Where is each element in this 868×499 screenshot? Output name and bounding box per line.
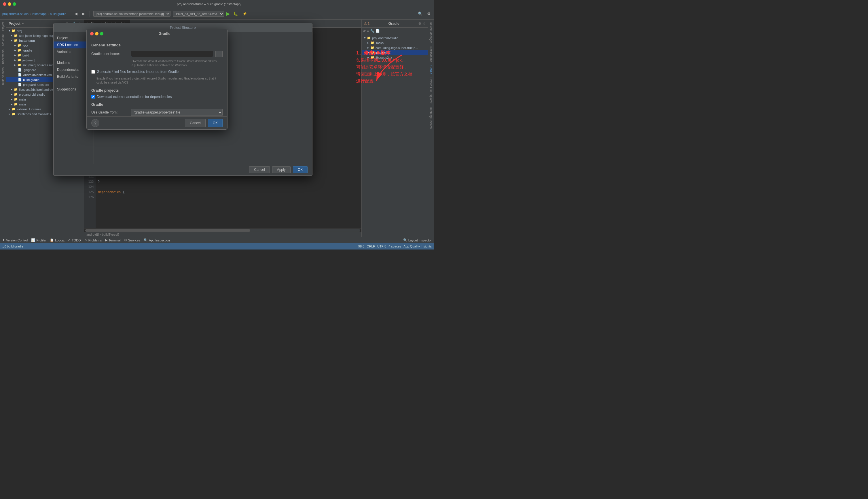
app-inspection-tab[interactable]: 🔍 App Inspection	[144, 238, 170, 242]
right-tab-device-manager[interactable]: Device Manager	[429, 21, 433, 44]
todo-tab[interactable]: ✓ TODO	[68, 238, 81, 242]
gradle-toolbar-icon-2[interactable]: ≡	[366, 28, 370, 34]
vc-label: Version Control	[6, 239, 28, 242]
gradle-item-kding[interactable]: ▸ 📁 com-kding-nigo-super-fruit-p...	[362, 45, 428, 50]
sidebar-tab-project[interactable]: Project	[1, 21, 5, 32]
problems-tab[interactable]: ⚠ Problems	[84, 238, 102, 242]
version-control-tab[interactable]: ⬆ Version Control	[2, 238, 28, 242]
logcat-tab[interactable]: 📋 Logcat	[50, 238, 64, 242]
panel-dropdown-icon[interactable]: ▼	[22, 22, 24, 25]
services-icon: ⚙	[124, 238, 127, 242]
download-annotations-row: Download external annotations for depend…	[91, 95, 223, 99]
gradle-cancel-button[interactable]: Cancel	[185, 119, 205, 127]
sidebar-tab-structure[interactable]: Structure	[1, 33, 5, 47]
traffic-lights	[3, 2, 16, 6]
breadcrumb-module[interactable]: instantapp	[32, 12, 47, 15]
gradle-user-home-input[interactable]	[131, 51, 213, 57]
lf-separator: CRLF	[367, 245, 375, 248]
horizontal-scrollbar[interactable]	[84, 228, 361, 232]
close-button[interactable]	[3, 2, 6, 6]
services-label: Services	[128, 239, 140, 242]
gradle-panel-close[interactable]: ✕	[422, 22, 425, 26]
gradle-dialog-header: Gradle	[87, 29, 227, 38]
profiler-tab[interactable]: 📊 Profiler	[31, 238, 46, 242]
minimize-button[interactable]	[8, 2, 11, 6]
ps-ok-button[interactable]: OK	[293, 166, 308, 173]
ps-cancel-button[interactable]: Cancel	[249, 166, 270, 173]
problems-label: Problems	[88, 239, 102, 242]
separator-2	[89, 11, 90, 17]
generate-iml-checkbox[interactable]	[91, 70, 95, 74]
expand-arrow: ▸	[368, 41, 369, 45]
profile-button[interactable]: ⚡	[241, 11, 248, 16]
gradle-panel-settings[interactable]: ⚙	[418, 22, 421, 26]
gradle-section-label: Gradle	[91, 102, 223, 107]
toolbar: proj.android-studio › instantapp › build…	[0, 8, 434, 20]
logcat-icon: 📋	[50, 238, 54, 242]
window-title: proj.android-studio – build.gradle (:ins…	[177, 2, 241, 6]
gradle-help-button[interactable]: ?	[91, 119, 99, 127]
cursor-position: 98:6	[358, 245, 364, 248]
sidebar-tab-build-variants[interactable]: Build Variants	[1, 66, 5, 86]
xml-icon: 📄	[18, 73, 22, 77]
app-inspection-icon: 🔍	[144, 238, 148, 242]
vc-icon: ⬆	[2, 238, 5, 242]
download-annotations-label: Download external annotations for depend…	[97, 95, 172, 99]
folder-icon: 📁	[17, 63, 21, 67]
right-tab-running[interactable]: Running Devices	[429, 106, 433, 130]
expand-arrow: ▸	[11, 34, 13, 37]
right-tab-notifications[interactable]: Notifications	[429, 45, 433, 63]
gradle-minimize-button[interactable]	[95, 32, 99, 35]
gradle-user-home-browse[interactable]: ...	[215, 51, 223, 57]
breadcrumb-project[interactable]: proj.android-studio	[2, 12, 28, 15]
download-annotations-checkbox[interactable]	[91, 95, 95, 99]
search-button[interactable]: 🔍	[417, 11, 424, 16]
gradle-toolbar-icon-4[interactable]: 📄	[375, 28, 381, 34]
back-button[interactable]: ◀	[73, 11, 79, 16]
breadcrumb-file[interactable]: build.gradle	[50, 12, 66, 15]
gradle-toolbar-icon-3[interactable]: 🔧	[370, 28, 375, 34]
collapse-arrow: ▾	[9, 29, 10, 33]
use-gradle-from-label: Use Gradle from:	[91, 110, 129, 114]
todo-label: TODO	[72, 239, 81, 242]
right-tab-device-file[interactable]: Device File Explorer	[429, 76, 433, 104]
profiler-label: Profiler	[36, 239, 46, 242]
left-sidebar-tabs: Project Structure Bookmarks Build Varian…	[0, 20, 6, 237]
services-tab[interactable]: ⚙ Services	[124, 238, 140, 242]
ps-apply-button[interactable]: Apply	[272, 166, 290, 173]
layout-inspector-tab[interactable]: 🔍 Layout Inspector	[403, 238, 432, 242]
sidebar-tab-bookmarks[interactable]: Bookmarks	[1, 48, 5, 65]
gradle-item-libcocos2dx[interactable]: ▸ 📁 libcocos2dx	[362, 55, 428, 60]
ps-footer: Cancel Apply OK	[53, 163, 312, 175]
layout-icon: 🔍	[403, 238, 407, 242]
gradle-item-instantapp[interactable]: ▾ 📁 instantapp	[362, 50, 428, 55]
settings-button[interactable]: ⚙	[426, 11, 432, 16]
gradle-item-proj[interactable]: ▾ 📁 proj.android-studio	[362, 35, 428, 40]
forward-button[interactable]: ▶	[81, 11, 86, 16]
folder-icon: 📁	[14, 93, 18, 96]
gradle-panel-title: Gradle	[388, 22, 399, 26]
gradle-ok-button[interactable]: OK	[208, 119, 223, 127]
run-button[interactable]: ▶	[226, 11, 230, 16]
device-selector[interactable]: Pixel_3a_API_33_arm64-v8a	[173, 11, 224, 17]
gradle-toolbar-icon-1[interactable]: ⟳	[362, 28, 366, 34]
app-quality-insights[interactable]: App Quality Insights	[404, 245, 432, 248]
terminal-label: Terminal	[109, 239, 121, 242]
maximize-button[interactable]	[13, 2, 16, 6]
gradle-close-button[interactable]	[90, 32, 94, 35]
folder-icon: 📁	[14, 39, 18, 42]
generate-iml-hint: Enable if you have a mixed project with …	[97, 77, 223, 85]
git-branch[interactable]: ⎇ build.gradle	[2, 245, 23, 248]
gradle-user-home-row: Gradle user home: ...	[91, 51, 223, 57]
folder-icon: 📁	[17, 44, 21, 47]
profiler-icon: 📊	[31, 238, 35, 242]
use-gradle-from-select[interactable]: 'gradle-wrapper.properties' file	[131, 109, 223, 116]
right-tab-gradle[interactable]: Gradle	[429, 64, 433, 75]
run-config-selector[interactable]: proj.android-studio:instantapp [assemble…	[93, 11, 171, 17]
debug-button[interactable]: 🐛	[232, 11, 239, 16]
gradle-item-tasks[interactable]: ▸ 📁 Tasks	[362, 40, 428, 45]
terminal-tab[interactable]: ▶ Terminal	[105, 238, 121, 242]
folder-icon: 📁	[12, 29, 15, 33]
gradle-maximize-button[interactable]	[100, 32, 103, 35]
generate-iml-label: Generate *.iml files for modules importe…	[97, 70, 178, 74]
